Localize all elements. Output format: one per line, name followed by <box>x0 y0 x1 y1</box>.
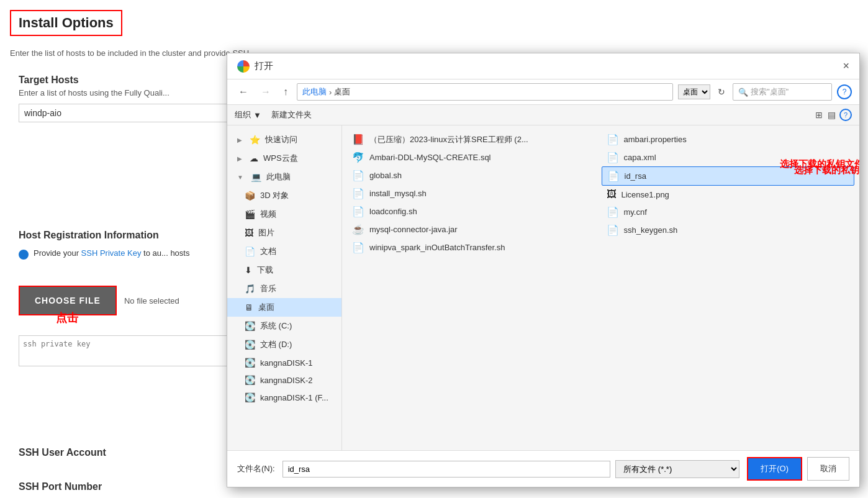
nav-item-3d[interactable]: 📦 3D 对象 <box>227 186 341 205</box>
nav-label: WPS云盘 <box>263 153 298 164</box>
chrome-icon <box>237 60 250 73</box>
organize-label: 组织 <box>235 109 251 120</box>
ssh-key-input[interactable] <box>19 335 230 366</box>
file-item[interactable]: 📄 my.cnf <box>602 203 855 221</box>
video-icon: 🎬 <box>245 209 255 219</box>
filename-input[interactable] <box>283 461 611 478</box>
file-item[interactable]: 🐬 Ambari-DDL-MySQL-CREATE.sql <box>347 148 600 166</box>
nav-label: 桌面 <box>258 302 274 313</box>
radio-text: Provide your SSH Private Key to au... ho… <box>34 248 189 258</box>
nav-item-desktop[interactable]: 🖥 桌面 <box>227 298 341 317</box>
file-item[interactable]: 📄 ambari.properties <box>602 130 855 148</box>
nav-item-pictures[interactable]: 🖼 图片 <box>227 224 341 242</box>
music-icon: 🎵 <box>245 284 255 294</box>
key-icon: 📄 <box>607 170 620 182</box>
view-icons: ⊞ ▤ ? <box>814 109 852 121</box>
new-folder-button[interactable]: 新建文件夹 <box>271 109 312 120</box>
file-item[interactable]: 📄 install_mysql.sh <box>347 184 600 202</box>
view-grid-button[interactable]: ⊞ <box>814 109 824 121</box>
host-input[interactable] <box>19 104 230 122</box>
nav-item-quick-access[interactable]: ▶ ⭐ 快速访问 <box>227 130 341 149</box>
address-dropdown[interactable]: 桌面 <box>678 84 710 99</box>
file-list: 📕 （已压缩）2023-linux云计算SRE工程师 (2... 🐬 Ambar… <box>347 130 854 256</box>
view-help-button[interactable]: ? <box>839 109 852 121</box>
nav-item-kangna1[interactable]: 💽 kangnaDISK-1 <box>227 354 341 371</box>
view-list-button[interactable]: ▤ <box>826 109 837 121</box>
dialog-body: ▶ ⭐ 快速访问 ▶ ☁ WPS云盘 ▼ 💻 此电脑 📦 3D 对象 🎬 视频 <box>227 125 859 450</box>
nav-label: 音乐 <box>260 283 276 294</box>
file-name: winipva_spark_inOutBatchTransfer.sh <box>369 243 505 252</box>
file-name: mysql-connector-java.jar <box>369 225 458 234</box>
filetype-select[interactable]: 所有文件 (*.*) <box>615 460 739 478</box>
file-item[interactable]: 📕 （已压缩）2023-linux云计算SRE工程师 (2... <box>347 130 600 148</box>
nav-item-documents[interactable]: 📄 文档 <box>227 242 341 261</box>
no-file-text: No file selected <box>124 296 179 306</box>
file-dialog: 打开 × ← → ↑ 此电脑 › 桌面 桌面 ↻ 🔍 搜索"桌面" ? 组织 ▼… <box>227 53 860 487</box>
drive-icon: 💽 <box>245 375 255 385</box>
choose-file-area: CHOOSE FILE No file selected <box>19 286 179 315</box>
nav-item-kangna2[interactable]: 💽 kangnaDISK-2 <box>227 371 341 389</box>
ssh-link[interactable]: SSH Private Key <box>81 248 142 258</box>
file-item[interactable]: 📄 winipva_spark_inOutBatchTransfer.sh <box>347 238 600 256</box>
nav-item-computer[interactable]: ▼ 💻 此电脑 <box>227 168 341 186</box>
dialog-title-text: 打开 <box>255 60 273 72</box>
radio-selected <box>19 250 29 260</box>
filename-row: 所有文件 (*.*) <box>283 460 740 478</box>
picture-icon: 🖼 <box>245 228 253 238</box>
nav-item-video[interactable]: 🎬 视频 <box>227 205 341 224</box>
nav-item-c-drive[interactable]: 💽 系统 (C:) <box>227 317 341 335</box>
file-item[interactable]: 📄 global.sh <box>347 166 600 184</box>
file-col2: 📄 ambari.properties 📄 capa.xml 📄 id_rsa … <box>602 130 855 256</box>
nav-forward-button[interactable]: → <box>257 84 274 100</box>
document-icon: 📄 <box>245 247 255 256</box>
organize-button[interactable]: 组织 ▼ <box>235 109 261 120</box>
file-name: （已压缩）2023-linux云计算SRE工程师 (2... <box>369 134 528 145</box>
nav-item-d-drive[interactable]: 💽 文档 (D:) <box>227 335 341 354</box>
sh-icon: 📄 <box>607 224 619 236</box>
file-item[interactable]: 🖼 License1.png <box>602 186 855 203</box>
nav-item-wps[interactable]: ▶ ☁ WPS云盘 <box>227 149 341 168</box>
dialog-nav: ▶ ⭐ 快速访问 ▶ ☁ WPS云盘 ▼ 💻 此电脑 📦 3D 对象 🎬 视频 <box>227 125 342 450</box>
nav-label: 3D 对象 <box>260 190 289 201</box>
sh-icon: 📄 <box>352 242 364 253</box>
file-item[interactable]: ☕ mysql-connector-java.jar <box>347 220 600 238</box>
sh-icon: 📄 <box>352 170 364 181</box>
file-name: id_rsa <box>625 171 646 181</box>
file-name: global.sh <box>369 171 402 180</box>
nav-back-button[interactable]: ← <box>235 84 252 100</box>
sql-icon: 🐬 <box>352 152 364 163</box>
file-name: install_mysql.sh <box>369 189 427 198</box>
nav-label: 文档 <box>260 246 276 257</box>
dialog-subbar: 组织 ▼ 新建文件夹 ⊞ ▤ ? <box>227 105 859 125</box>
nav-arrow-icon: ▶ <box>237 137 242 143</box>
nav-item-music[interactable]: 🎵 音乐 <box>227 279 341 298</box>
ssh-port-title: SSH Port Number <box>19 481 102 492</box>
nav-item-kangna-f[interactable]: 💽 kangnaDISK-1 (F... <box>227 389 341 406</box>
dialog-close-button[interactable]: × <box>843 60 849 73</box>
nav-up-button[interactable]: ↑ <box>279 84 292 100</box>
search-bar: 🔍 搜索"桌面" <box>733 83 832 101</box>
search-placeholder: 搜索"桌面" <box>751 86 789 97</box>
file-item[interactable]: 📄 loadconfig.sh <box>347 202 600 220</box>
file-item[interactable]: 📄 ssh_keygen.sh <box>602 221 855 239</box>
nav-arrow-icon: ▼ <box>237 174 243 181</box>
desktop-icon: 🖥 <box>245 302 253 312</box>
dialog-toolbar: ← → ↑ 此电脑 › 桌面 桌面 ↻ 🔍 搜索"桌面" ? <box>227 79 859 105</box>
refresh-button[interactable]: ↻ <box>715 84 728 99</box>
annotation-select-file: 选择下载的私钥文件 <box>780 158 859 170</box>
address-desktop[interactable]: 桌面 <box>334 86 350 97</box>
host-reg-title: Host Registration Information <box>19 230 189 241</box>
footer-buttons: 打开(O) 取消 <box>747 457 849 481</box>
file-list-area: 选择下载的私钥文件 📕 （已压缩）2023-linux云计算SRE工程师 (2.… <box>342 125 859 450</box>
download-icon: ⬇ <box>245 265 252 275</box>
help-button[interactable]: ? <box>837 84 852 99</box>
nav-item-downloads[interactable]: ⬇ 下载 <box>227 261 341 279</box>
page-title: Install Options <box>19 15 114 30</box>
address-pc[interactable]: 此电脑 <box>302 86 327 97</box>
open-button[interactable]: 打开(O) <box>747 457 802 481</box>
cancel-button[interactable]: 取消 <box>807 457 849 481</box>
properties-icon: 📄 <box>607 134 619 145</box>
nav-label: 视频 <box>260 209 276 220</box>
dialog-title-left: 打开 <box>237 60 273 73</box>
ssh-user-title: SSH User Account <box>19 447 106 458</box>
